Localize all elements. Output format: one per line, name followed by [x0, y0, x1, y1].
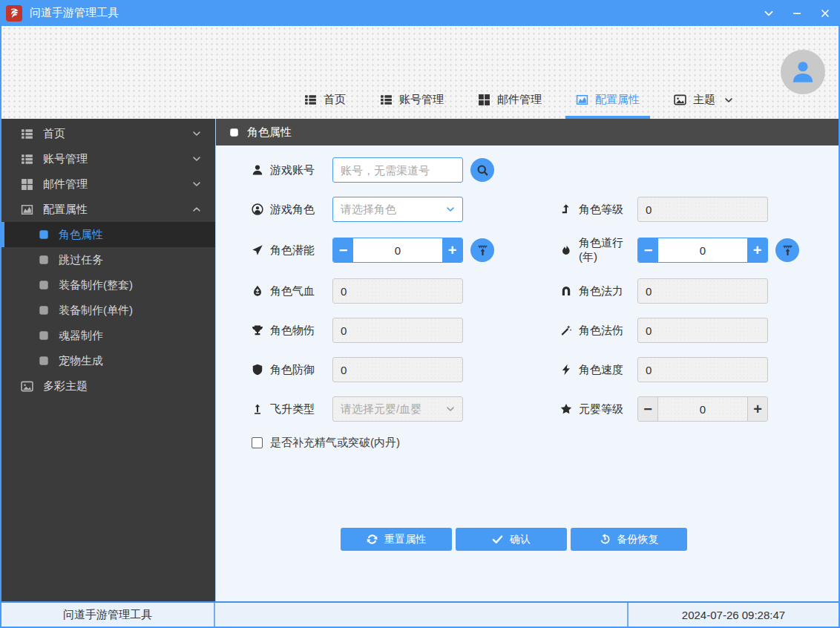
list-icon — [21, 128, 33, 140]
role-select-placeholder: 请选择角色 — [341, 203, 396, 217]
chevron-down-icon — [191, 128, 202, 139]
flame-icon — [560, 244, 572, 256]
role-attributes-form: 游戏账号 游戏角色 — [216, 145, 839, 601]
sidebar-item-colorful-theme[interactable]: 多彩主题 — [1, 373, 215, 399]
sidebar-subitem-label: 角色属性 — [59, 228, 103, 242]
sidebar-subitem-pet-generate[interactable]: 宠物生成 — [1, 348, 215, 373]
sidebar-subitem-soul-craft[interactable]: 魂器制作 — [1, 323, 215, 348]
role-mp-field: 0 — [637, 278, 768, 304]
potential-value[interactable]: 0 — [353, 238, 442, 262]
role-magic-damage-field: 0 — [637, 318, 768, 343]
role-hp-label: 角色气血 — [252, 284, 332, 298]
tab-theme[interactable]: 主题 — [674, 93, 734, 119]
list-icon — [380, 94, 393, 106]
check-icon — [492, 534, 503, 545]
yuanying-level-label: 元婴等级 — [560, 402, 637, 416]
role-mp-label: 角色法力 — [560, 284, 637, 298]
status-app-name: 问道手游管理工具 — [1, 603, 215, 627]
reset-attributes-button[interactable]: 重置属性 — [341, 528, 452, 551]
max-icon — [476, 244, 489, 257]
app-logo-icon — [6, 5, 22, 22]
avatar[interactable] — [781, 50, 825, 94]
role-level-field: 0 — [637, 197, 768, 222]
page-title: 角色属性 — [247, 125, 292, 140]
sidebar-item-label: 邮件管理 — [43, 177, 88, 192]
sidebar-item-label: 多彩主题 — [43, 379, 88, 393]
replenish-checkbox-row: 是否补充精气或突破(内丹) — [252, 436, 839, 450]
list-icon — [21, 153, 33, 166]
window-title: 问道手游管理工具 — [30, 6, 119, 20]
title-bar: 问道手游管理工具 — [0, 0, 840, 26]
shield-icon — [252, 364, 263, 376]
search-button[interactable] — [470, 158, 494, 182]
rollup-button[interactable] — [763, 7, 775, 19]
main-panel: 角色属性 游戏账号 — [215, 119, 839, 601]
sidebar-subitem-equip-craft-single[interactable]: 装备制作(单件) — [1, 298, 215, 323]
role-select[interactable]: 请选择角色 — [332, 197, 463, 222]
restore-icon — [600, 534, 611, 545]
tab-home[interactable]: 首页 — [304, 93, 346, 119]
list-icon — [304, 94, 317, 106]
sidebar-item-configure-attributes[interactable]: 配置属性 — [1, 197, 215, 222]
potential-max-button[interactable] — [470, 238, 494, 262]
image-icon — [674, 94, 686, 106]
tab-account-management[interactable]: 账号管理 — [380, 93, 444, 119]
yuanying-level-value: 0 — [658, 397, 747, 421]
person-icon — [790, 59, 816, 85]
ascend-type-label: 飞升类型 — [252, 402, 332, 416]
chevron-down-icon — [763, 7, 775, 19]
minimize-button[interactable] — [791, 7, 803, 19]
role-speed-label: 角色速度 — [560, 363, 637, 377]
sidebar-subitem-role-attributes[interactable]: 角色属性 — [1, 222, 215, 247]
potential-decrement-button[interactable]: − — [333, 238, 353, 262]
top-nav: 首页 账号管理 邮件管理 配置属性 主题 — [304, 93, 734, 119]
backup-restore-button[interactable]: 备份恢复 — [571, 528, 687, 551]
action-buttons: 重置属性 确认 备份恢复 — [341, 528, 839, 551]
role-level-label: 角色等级 — [560, 203, 637, 217]
sidebar-item-label: 账号管理 — [43, 152, 88, 166]
replenish-checkbox-label: 是否补充精气或突破(内丹) — [270, 436, 400, 450]
confirm-button[interactable]: 确认 — [456, 528, 567, 551]
game-account-label: 游戏账号 — [252, 163, 332, 177]
role-physical-damage-label: 角色物伤 — [252, 324, 332, 338]
sidebar-subitem-label: 装备制作(整套) — [59, 278, 133, 292]
daoxing-value[interactable]: 0 — [658, 238, 747, 262]
game-account-input[interactable] — [332, 157, 463, 183]
role-defense-field: 0 — [332, 357, 463, 382]
potential-increment-button[interactable]: + — [442, 238, 462, 262]
daoxing-decrement-button[interactable]: − — [638, 238, 658, 262]
sidebar-subitem-equip-craft-full[interactable]: 装备制作(整套) — [1, 272, 215, 298]
sidebar-item-account-management[interactable]: 账号管理 — [1, 146, 215, 171]
ascend-type-select: 请选择元婴/血婴 — [332, 396, 463, 422]
daoxing-increment-button[interactable]: + — [747, 238, 767, 262]
role-potential-label: 角色潜能 — [252, 243, 332, 258]
square-icon — [229, 128, 239, 137]
yuanying-increment-button: + — [747, 397, 767, 421]
tab-mail-management[interactable]: 邮件管理 — [478, 93, 542, 119]
sidebar-item-home[interactable]: 首页 — [1, 121, 215, 146]
chevron-up-icon — [191, 204, 202, 215]
tab-configure-attributes[interactable]: 配置属性 — [576, 93, 640, 119]
send-icon — [252, 244, 263, 256]
magnet-icon — [560, 285, 572, 297]
chevron-down-icon — [723, 95, 734, 105]
role-physical-damage-field: 0 — [332, 318, 463, 343]
replenish-checkbox[interactable] — [252, 437, 263, 448]
chart-icon — [21, 203, 33, 216]
ascend-type-placeholder: 请选择元婴/血婴 — [341, 402, 421, 416]
sidebar-item-mail-management[interactable]: 邮件管理 — [1, 171, 215, 197]
close-button[interactable] — [819, 7, 831, 19]
person-icon — [252, 164, 263, 176]
sidebar-subitem-skip-task[interactable]: 跳过任务 — [1, 247, 215, 272]
yuanying-decrement-button: − — [638, 397, 658, 421]
status-bar: 问道手游管理工具 2024-07-26 09:28:47 — [1, 601, 839, 627]
yuanying-level-stepper: − 0 + — [637, 396, 768, 422]
square-icon — [39, 305, 49, 315]
refresh-icon — [367, 534, 378, 545]
daoxing-max-button[interactable] — [775, 238, 799, 262]
status-timestamp: 2024-07-26 09:28:47 — [629, 603, 839, 627]
sidebar-subitem-label: 跳过任务 — [59, 253, 103, 267]
square-icon — [39, 255, 49, 265]
bolt-icon — [560, 364, 572, 376]
chevron-down-icon — [191, 154, 202, 164]
